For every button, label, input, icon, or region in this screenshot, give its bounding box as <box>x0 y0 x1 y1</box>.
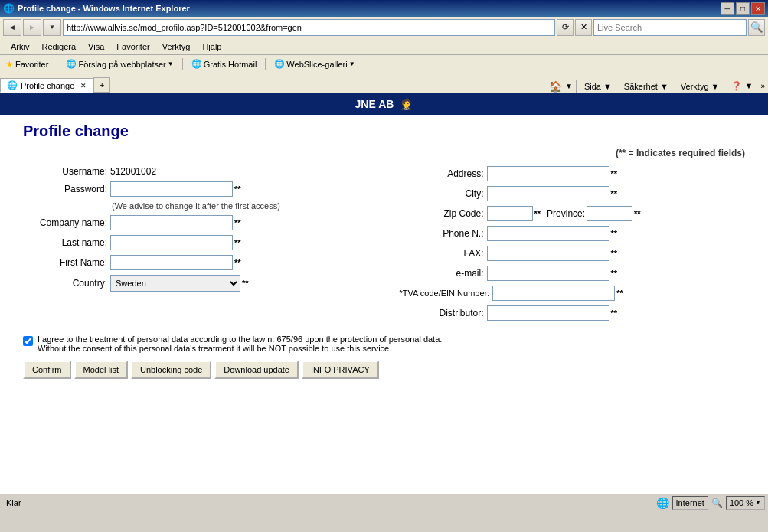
lastname-req: ** <box>234 238 241 247</box>
home-icon: 🏠 <box>549 80 562 93</box>
home-button[interactable]: ▼ <box>565 82 573 90</box>
back-button[interactable]: ◄ <box>3 19 21 36</box>
confirm-button[interactable]: Confirm <box>23 361 71 379</box>
menu-verktyg[interactable]: Verktyg <box>158 41 195 52</box>
restore-button[interactable]: □ <box>736 2 750 15</box>
zoom-dropdown-icon[interactable]: ▼ <box>755 499 761 506</box>
action-buttons: Confirm Model list Unblocking code Downl… <box>23 361 745 379</box>
fav-item-2[interactable]: 🌐 WebSlice-galleri ▼ <box>272 58 357 70</box>
fav-dropdown-2[interactable]: ▼ <box>349 60 355 67</box>
zipcode-req: ** <box>534 209 541 218</box>
country-req: ** <box>242 279 249 288</box>
title-bar-text: Profile change - Windows Internet Explor… <box>18 4 721 13</box>
menu-visa[interactable]: Visa <box>83 41 109 52</box>
menu-hjalp[interactable]: Hjälp <box>198 41 226 52</box>
model-list-button[interactable]: Model list <box>74 361 128 379</box>
address-req: ** <box>611 169 618 178</box>
fav-item-1[interactable]: 🌐 Gratis Hotmail <box>189 58 260 70</box>
menu-favoriter[interactable]: Favoriter <box>112 41 154 52</box>
menu-redigera[interactable]: Redigera <box>37 41 80 52</box>
password-input[interactable] <box>110 181 233 197</box>
fax-req: ** <box>611 249 618 258</box>
fav-dropdown-0[interactable]: ▼ <box>168 60 174 67</box>
zipcode-label: Zip Code: <box>400 208 484 219</box>
refresh-button[interactable]: ⟳ <box>557 19 574 36</box>
fax-input[interactable] <box>487 246 609 261</box>
consent-checkbox[interactable] <box>23 336 33 346</box>
form-right: Address: ** City: ** Zip Code: ** Provin… <box>400 166 746 325</box>
download-update-button[interactable]: Download update <box>214 361 299 379</box>
favorites-label: Favoriter <box>15 60 48 69</box>
city-row: City: ** <box>400 186 746 201</box>
security-button[interactable]: Säkerhet ▼ <box>619 80 673 93</box>
new-tab-button[interactable]: + <box>93 77 110 93</box>
company-req: ** <box>234 218 241 227</box>
phone-input[interactable] <box>487 226 609 241</box>
unblocking-code-button[interactable]: Unblocking code <box>131 361 211 379</box>
lastname-input[interactable] <box>110 235 233 250</box>
favorites-bar: ★ Favoriter 🌐 Förslag på webbplatser ▼ 🌐… <box>0 55 768 73</box>
fav-separator <box>57 58 57 70</box>
window-controls: ─ □ ✕ <box>721 2 765 15</box>
page-header: JNE AB 🤵 <box>0 93 768 115</box>
email-label: e-mail: <box>400 268 484 279</box>
firstname-input[interactable] <box>110 255 233 270</box>
city-input[interactable] <box>487 186 609 201</box>
search-input[interactable] <box>593 19 747 36</box>
security-label: Säkerhet ▼ <box>624 82 668 91</box>
fav-item-0[interactable]: 🌐 Förslag på webbplatser ▼ <box>64 58 175 70</box>
info-privacy-button[interactable]: INFO PRIVACY <box>302 361 379 379</box>
dropdown-button[interactable]: ▼ <box>43 19 61 36</box>
tva-input[interactable] <box>492 286 615 301</box>
fav-separator-3 <box>265 58 266 70</box>
phone-req: ** <box>611 229 618 238</box>
zone-panel: Internet <box>672 496 708 510</box>
company-input[interactable] <box>110 215 233 230</box>
address-label: Address: <box>400 168 484 179</box>
zoom-panel[interactable]: 100 % ▼ <box>726 496 765 510</box>
stop-button[interactable]: ✕ <box>575 19 592 36</box>
tab-close-icon[interactable]: ✕ <box>80 82 87 90</box>
distributor-input[interactable] <box>487 305 609 321</box>
fav-icon-1: 🌐 <box>191 59 202 69</box>
address-input[interactable] <box>487 166 609 181</box>
email-input[interactable] <box>487 266 609 281</box>
page-body: Profile change (** = Indicates required … <box>0 115 768 387</box>
zip-province-row: Zip Code: ** Province: ** <box>400 206 746 221</box>
country-select[interactable]: Sweden <box>110 275 240 292</box>
tools-button[interactable]: Verktyg ▼ <box>676 80 724 93</box>
menu-arkiv[interactable]: Arkiv <box>6 41 34 52</box>
form-left: Username: 512001002 Password: ** (We adv… <box>23 166 369 325</box>
province-input[interactable] <box>587 206 632 221</box>
minimize-button[interactable]: ─ <box>721 2 734 15</box>
email-req: ** <box>611 269 618 278</box>
tab-icon: 🌐 <box>7 80 18 90</box>
safety-button[interactable]: Sida ▼ <box>580 80 616 93</box>
fav-icon-0: 🌐 <box>66 59 77 69</box>
expand-button[interactable]: » <box>760 82 765 90</box>
city-label: City: <box>400 188 484 199</box>
help-button[interactable]: ❓ ▼ <box>727 80 757 93</box>
safety-label: Sida ▼ <box>584 82 612 91</box>
lastname-label: Last name: <box>23 237 107 248</box>
address-bar[interactable] <box>63 19 555 36</box>
fav-label-2: WebSlice-galleri <box>286 60 347 69</box>
search-button[interactable]: 🔍 <box>748 19 765 36</box>
fav-separator-2 <box>182 58 183 70</box>
phone-label: Phone N.: <box>400 228 484 239</box>
favorites-button[interactable]: ★ Favoriter <box>3 58 51 70</box>
tva-row: *TVA code/EIN Number: ** <box>400 286 746 301</box>
fav-icon-2: 🌐 <box>274 59 285 69</box>
tva-label: *TVA code/EIN Number: <box>400 289 490 298</box>
consent-line1: I agree to the treatment of personal dat… <box>38 335 442 344</box>
zipcode-input[interactable] <box>487 206 533 221</box>
title-bar: 🌐 Profile change - Windows Internet Expl… <box>0 0 768 17</box>
company-row: Company name: ** <box>23 215 369 230</box>
forward-button[interactable]: ► <box>23 19 41 36</box>
tab-command-area: 🌐 Profile change ✕ + 🏠 ▼ Sida ▼ Säkerhet… <box>0 73 768 93</box>
distributor-row: Distributor: ** <box>400 305 746 321</box>
close-button[interactable]: ✕ <box>751 2 765 15</box>
page-content: JNE AB 🤵 Profile change (** = Indicates … <box>0 93 768 494</box>
fax-row: FAX: ** <box>400 246 746 261</box>
active-tab[interactable]: 🌐 Profile change ✕ <box>0 78 93 93</box>
